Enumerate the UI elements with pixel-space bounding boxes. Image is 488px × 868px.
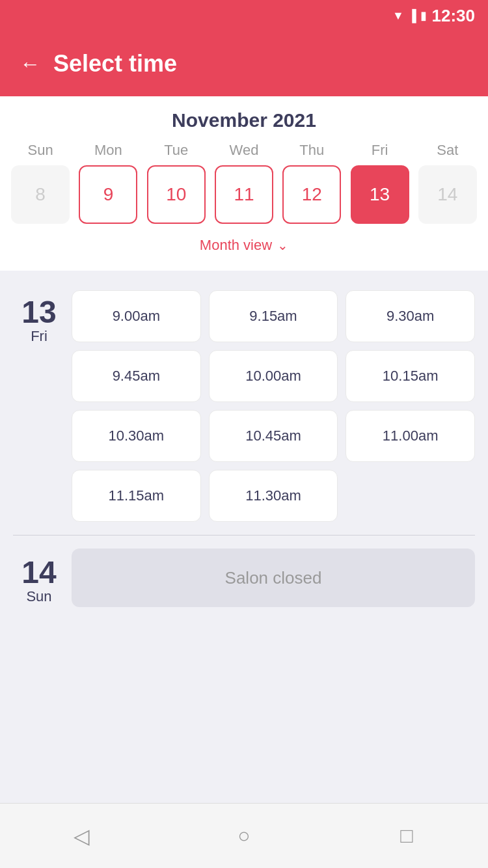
time-slot-1130am[interactable]: 11.30am	[209, 470, 338, 522]
time-slot-1045am[interactable]: 10.45am	[209, 410, 338, 462]
time-slot-1000am[interactable]: 10.00am	[209, 350, 338, 402]
day-label-13: 13 Fri	[13, 290, 65, 522]
weekday-fri: Fri	[351, 142, 409, 159]
weekday-row: Sun Mon Tue Wed Thu Fri Sat	[0, 142, 488, 159]
month-label: November 2021	[0, 109, 488, 131]
bottom-nav: ◁ ○ □	[0, 803, 488, 868]
time-slot-945am[interactable]: 9.45am	[72, 350, 201, 402]
time-slot-1100am[interactable]: 11.00am	[346, 410, 475, 462]
status-icons: ▼ ▐ ▮	[392, 8, 427, 23]
time-section: 13 Fri 9.00am 9.15am 9.30am 9.45am 10.00…	[0, 271, 488, 803]
nav-back-button[interactable]: ◁	[65, 820, 98, 852]
day-name-14: Sun	[26, 588, 51, 605]
month-view-toggle[interactable]: Month view ⌄	[0, 230, 488, 264]
nav-recents-button[interactable]: □	[390, 820, 423, 852]
date-cell-13[interactable]: 13	[351, 165, 409, 224]
time-slot-930am[interactable]: 9.30am	[346, 290, 475, 342]
weekday-mon: Mon	[79, 142, 137, 159]
day-label-14: 14 Sun	[13, 550, 65, 605]
day-number-13: 13	[21, 297, 56, 328]
calendar-section: November 2021 Sun Mon Tue Wed Thu Fri Sa…	[0, 96, 488, 271]
nav-home-button[interactable]: ○	[228, 820, 260, 852]
day-block-13: 13 Fri 9.00am 9.15am 9.30am 9.45am 10.00…	[0, 284, 488, 535]
signal-icon: ▐	[408, 9, 416, 23]
day-block-14: 14 Sun Salon closed	[0, 536, 488, 620]
date-cell-11[interactable]: 11	[215, 165, 273, 224]
date-cell-9[interactable]: 9	[79, 165, 137, 224]
dates-row: 8 9 10 11 12 13 14	[0, 165, 488, 230]
back-button[interactable]: ←	[20, 52, 40, 76]
chevron-down-icon: ⌄	[277, 237, 288, 253]
status-time: 12:30	[432, 6, 476, 26]
time-slot-1015am[interactable]: 10.15am	[346, 350, 475, 402]
time-grid-13: 9.00am 9.15am 9.30am 9.45am 10.00am 10.1…	[72, 290, 475, 522]
day-number-14: 14	[21, 557, 56, 588]
weekday-sun: Sun	[11, 142, 70, 159]
weekday-thu: Thu	[282, 142, 341, 159]
day-name-13: Fri	[31, 328, 47, 345]
header: ← Select time	[0, 31, 488, 96]
time-slot-915am[interactable]: 9.15am	[209, 290, 338, 342]
date-cell-14[interactable]: 14	[418, 165, 477, 224]
battery-icon: ▮	[420, 8, 427, 23]
time-slot-900am[interactable]: 9.00am	[72, 290, 201, 342]
month-view-label: Month view	[200, 237, 272, 254]
status-bar: ▼ ▐ ▮ 12:30	[0, 0, 488, 31]
wifi-icon: ▼	[392, 9, 404, 23]
date-cell-10[interactable]: 10	[147, 165, 206, 224]
salon-closed-message: Salon closed	[72, 549, 475, 607]
weekday-sat: Sat	[418, 142, 477, 159]
weekday-tue: Tue	[147, 142, 206, 159]
date-cell-12[interactable]: 12	[282, 165, 341, 224]
time-slot-1030am[interactable]: 10.30am	[72, 410, 201, 462]
page-title: Select time	[53, 50, 177, 77]
weekday-wed: Wed	[215, 142, 273, 159]
date-cell-8[interactable]: 8	[11, 165, 70, 224]
time-slot-1115am[interactable]: 11.15am	[72, 470, 201, 522]
